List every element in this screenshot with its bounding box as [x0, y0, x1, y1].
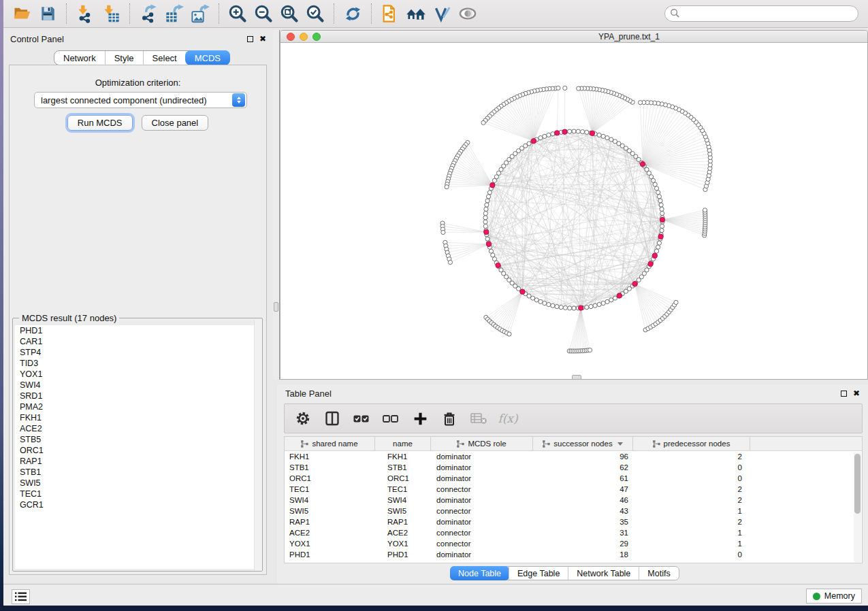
- close-panel-icon[interactable]: ✖: [853, 389, 860, 397]
- graph-node[interactable]: [654, 186, 658, 191]
- graph-node[interactable]: [568, 129, 572, 133]
- column-header-shared-name[interactable]: shared name: [285, 437, 375, 450]
- tab-style[interactable]: Style: [105, 51, 143, 65]
- satellite-node[interactable]: [556, 86, 560, 90]
- tab-network-table[interactable]: Network Table: [568, 567, 639, 580]
- graph-node[interactable]: [568, 306, 572, 310]
- graph-node[interactable]: [659, 203, 663, 207]
- zoom-selected-button[interactable]: [304, 3, 327, 24]
- graph-node[interactable]: [491, 253, 495, 257]
- graph-node[interactable]: [597, 302, 601, 306]
- tab-edge-table[interactable]: Edge Table: [509, 567, 568, 580]
- graph-node[interactable]: [485, 237, 489, 241]
- graph-node[interactable]: [547, 302, 551, 306]
- table-settings-button[interactable]: [294, 410, 312, 427]
- satellite-node[interactable]: [441, 230, 445, 234]
- graph-node[interactable]: [539, 299, 543, 303]
- dominator-node[interactable]: [496, 263, 500, 267]
- mcds-result-item[interactable]: ORC1: [15, 445, 260, 456]
- graph-node[interactable]: [572, 129, 576, 133]
- satellite-node[interactable]: [481, 120, 485, 125]
- graph-node[interactable]: [543, 301, 547, 306]
- graph-node[interactable]: [539, 135, 543, 139]
- window-maximize-icon[interactable]: [312, 33, 321, 41]
- table-row[interactable]: STB1STB1dominator620: [285, 462, 862, 473]
- mcds-result-item[interactable]: TEC1: [15, 489, 260, 499]
- mcds-list-scrollbar[interactable]: [254, 320, 262, 571]
- tab-node-table[interactable]: Node Table: [450, 566, 509, 580]
- delete-table-button[interactable]: [470, 410, 487, 427]
- graph-node[interactable]: [483, 211, 487, 215]
- graph-node[interactable]: [559, 306, 563, 310]
- column-header-successor-nodes[interactable]: successor nodes: [533, 437, 633, 450]
- graph-node[interactable]: [485, 203, 489, 207]
- graph-node[interactable]: [657, 241, 661, 245]
- dominator-node[interactable]: [617, 293, 622, 298]
- mcds-result-item[interactable]: GCR1: [15, 499, 260, 510]
- mcds-result-item[interactable]: RAP1: [15, 456, 260, 467]
- table-row[interactable]: TEC1TEC1connector472: [285, 484, 862, 495]
- dominator-node[interactable]: [578, 306, 583, 310]
- table-row[interactable]: YOX1YOX1connector291: [285, 538, 862, 549]
- graph-node[interactable]: [551, 132, 555, 136]
- graph-node[interactable]: [483, 220, 487, 224]
- dominator-node[interactable]: [590, 131, 594, 135]
- graph-node[interactable]: [660, 224, 664, 228]
- horizontal-splitter-handle[interactable]: [572, 375, 581, 380]
- dominator-node[interactable]: [484, 229, 489, 234]
- mcds-result-item[interactable]: FKH1: [15, 412, 260, 423]
- graph-node[interactable]: [597, 133, 601, 137]
- network-from-public-db-button[interactable]: [379, 3, 402, 24]
- graph-node[interactable]: [593, 303, 597, 308]
- unselect-all-button[interactable]: [382, 410, 400, 427]
- vertical-splitter[interactable]: [273, 30, 280, 380]
- mcds-result-item[interactable]: STB5: [15, 434, 260, 445]
- show-log-button[interactable]: [12, 589, 30, 604]
- satellite-node[interactable]: [703, 208, 707, 212]
- satellite-node[interactable]: [577, 86, 581, 90]
- satellite-node[interactable]: [445, 185, 449, 189]
- mcds-result-item[interactable]: PHD1: [15, 325, 260, 336]
- apply-layout-button[interactable]: [341, 3, 364, 24]
- graph-node[interactable]: [656, 245, 660, 249]
- zoom-in-button[interactable]: [226, 3, 249, 24]
- graph-node[interactable]: [653, 182, 657, 186]
- mcds-result-item[interactable]: STP4: [15, 347, 260, 358]
- graph-node[interactable]: [555, 304, 559, 308]
- satellite-node[interactable]: [448, 260, 452, 264]
- tab-motifs[interactable]: Motifs: [639, 567, 678, 580]
- close-panel-button[interactable]: Close panel: [142, 115, 209, 131]
- mcds-result-item[interactable]: CAR1: [15, 336, 260, 347]
- graph-node[interactable]: [572, 306, 576, 310]
- mcds-result-item[interactable]: TID3: [15, 358, 260, 369]
- mcds-result-item[interactable]: YOX1: [15, 369, 260, 380]
- graph-node[interactable]: [483, 224, 487, 228]
- graph-node[interactable]: [658, 199, 662, 203]
- function-builder-button[interactable]: f(x): [499, 410, 517, 427]
- graph-node[interactable]: [654, 249, 658, 253]
- dominator-node[interactable]: [486, 242, 491, 246]
- satellite-node[interactable]: [674, 300, 678, 304]
- tab-network[interactable]: Network: [54, 51, 105, 65]
- show-columns-button[interactable]: [323, 410, 341, 427]
- float-panel-icon[interactable]: [247, 36, 253, 42]
- memory-button[interactable]: Memory: [806, 589, 862, 604]
- mcds-result-item[interactable]: SRD1: [15, 391, 260, 401]
- zoom-out-button[interactable]: [252, 3, 275, 24]
- export-image-button[interactable]: [189, 3, 212, 24]
- search-input[interactable]: [664, 5, 858, 22]
- delete-entry-button[interactable]: [440, 410, 458, 427]
- hide-annotations-button[interactable]: [430, 3, 453, 24]
- graph-node[interactable]: [487, 191, 492, 195]
- graph-node[interactable]: [485, 199, 489, 203]
- dominator-node[interactable]: [632, 282, 637, 286]
- dominator-node[interactable]: [660, 217, 664, 222]
- table-scrollbar-thumb[interactable]: [854, 454, 861, 514]
- column-header-predecessor-nodes[interactable]: predecessor nodes: [633, 437, 750, 450]
- tab-mcds[interactable]: MCDS: [185, 50, 230, 65]
- graph-node[interactable]: [489, 249, 493, 253]
- satellite-node[interactable]: [563, 86, 567, 90]
- graph-node[interactable]: [543, 134, 547, 138]
- graph-node[interactable]: [585, 306, 589, 310]
- export-table-button[interactable]: [163, 3, 186, 24]
